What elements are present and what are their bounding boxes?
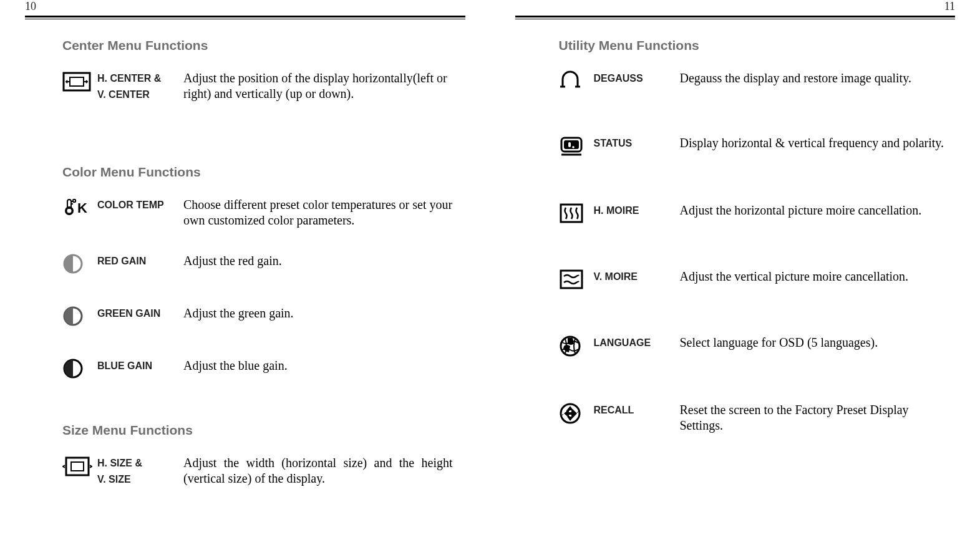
- item-status: STATUS Display horizontal & vertical fre…: [559, 135, 956, 158]
- item-label: H. SIZE & V. SIZE: [97, 455, 183, 487]
- page-number-left: 10: [25, 0, 465, 13]
- page-number-right: 11: [515, 0, 956, 13]
- item-desc: Adjust the blue gain.: [183, 358, 459, 374]
- item-language: LANGUAGE Select language for OSD (5 lang…: [559, 335, 956, 357]
- center-icon: [62, 70, 91, 93]
- svg-rect-24: [561, 271, 582, 288]
- item-red-gain: RED GAIN Adjust the red gain.: [62, 253, 459, 274]
- redgain-icon: [62, 253, 84, 274]
- item-label: RED GAIN: [97, 253, 183, 269]
- size-icon: [62, 455, 92, 478]
- item-desc: Adjust the position of the display horiz…: [183, 70, 459, 102]
- svg-rect-19: [564, 140, 579, 149]
- svg-rect-15: [71, 462, 84, 471]
- svg-rect-20: [568, 142, 571, 147]
- item-desc: Adjust the red gain.: [183, 253, 459, 269]
- vmoire-icon: [559, 269, 584, 290]
- item-vmoire: V. MOIRE Adjust the vertical picture moi…: [559, 269, 956, 290]
- item-desc: Select language for OSD (5 languages).: [680, 335, 956, 350]
- item-desc: Adjust the width (horizontal size) and t…: [183, 455, 459, 486]
- item-desc: Choose different preset color temperatur…: [183, 197, 459, 228]
- page-right: 11 Utility Menu Functions DEGAUSS Degaus…: [490, 0, 981, 555]
- item-recall: RECALL Reset the screen to the Factory P…: [559, 402, 956, 433]
- svg-rect-1: [70, 77, 84, 86]
- item-desc: Display horizontal & vertical frequency …: [680, 135, 956, 151]
- item-desc: Adjust the vertical picture moire cancel…: [680, 269, 956, 284]
- item-label: LANGUAGE: [594, 335, 680, 351]
- greengain-icon: [62, 306, 84, 327]
- item-label: H. MOIRE: [594, 203, 680, 219]
- item-label: STATUS: [594, 135, 680, 152]
- degauss-icon: [559, 70, 581, 90]
- colortemp-icon: K: [62, 197, 90, 217]
- section-heading-center: Center Menu Functions: [62, 38, 459, 53]
- item-hmoire: H. MOIRE Adjust the horizontal picture m…: [559, 203, 956, 224]
- item-green-gain: GREEN GAIN Adjust the green gain.: [62, 306, 459, 327]
- top-rule-right: [515, 16, 956, 19]
- hmoire-icon: [559, 203, 584, 224]
- item-label: V. MOIRE: [594, 269, 680, 285]
- item-blue-gain: BLUE GAIN Adjust the blue gain.: [62, 358, 459, 379]
- svg-rect-14: [66, 458, 89, 475]
- svg-point-5: [67, 209, 72, 213]
- svg-point-21: [572, 146, 575, 148]
- page-left: 10 Center Menu Functions H. CENTER & V. …: [0, 0, 490, 555]
- section-heading-utility: Utility Menu Functions: [559, 38, 956, 53]
- top-rule-left: [25, 16, 465, 19]
- item-desc: Adjust the horizontal picture moire canc…: [680, 203, 956, 218]
- item-label: BLUE GAIN: [97, 358, 183, 374]
- item-label: RECALL: [594, 402, 680, 418]
- recall-icon: [559, 402, 581, 425]
- item-desc: Adjust the green gain.: [183, 306, 459, 321]
- bluegain-icon: [62, 358, 84, 379]
- section-heading-size: Size Menu Functions: [62, 423, 459, 438]
- item-label: COLOR TEMP: [97, 197, 183, 213]
- item-h-v-size: H. SIZE & V. SIZE Adjust the width (hori…: [62, 455, 459, 487]
- svg-marker-28: [567, 417, 573, 421]
- svg-point-9: [73, 200, 75, 202]
- language-icon: [559, 335, 581, 357]
- item-color-temp: K COLOR TEMP Choose different preset col…: [62, 197, 459, 228]
- svg-text:K: K: [77, 200, 87, 216]
- item-desc: Degauss the display and restore image qu…: [680, 70, 956, 86]
- item-degauss: DEGAUSS Degauss the display and restore …: [559, 70, 956, 90]
- item-label: H. CENTER & V. CENTER: [97, 70, 183, 102]
- section-heading-color: Color Menu Functions: [62, 165, 459, 180]
- svg-marker-27: [567, 406, 573, 410]
- item-h-v-center: H. CENTER & V. CENTER Adjust the positio…: [62, 70, 459, 102]
- item-label: GREEN GAIN: [97, 306, 183, 322]
- item-desc: Reset the screen to the Factory Preset D…: [680, 402, 956, 433]
- item-label: DEGAUSS: [594, 70, 680, 87]
- status-icon: [559, 135, 584, 158]
